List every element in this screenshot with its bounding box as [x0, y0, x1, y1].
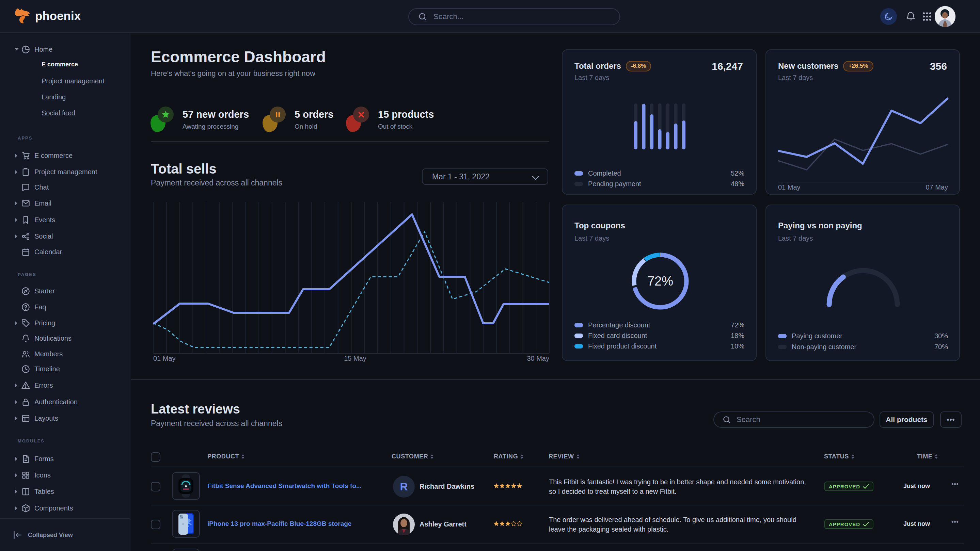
- svg-text:15 May: 15 May: [344, 355, 366, 362]
- svg-text:30 May: 30 May: [527, 355, 549, 362]
- svg-text:07 May: 07 May: [926, 183, 948, 191]
- svg-text:72%: 72%: [648, 274, 673, 288]
- svg-text:01 May: 01 May: [153, 355, 176, 362]
- svg-text:01 May: 01 May: [778, 183, 800, 191]
